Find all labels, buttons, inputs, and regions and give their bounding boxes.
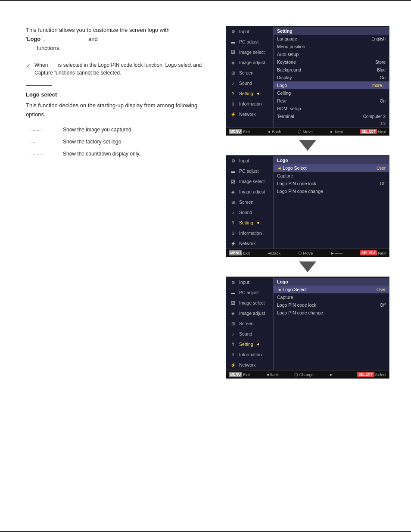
checkmark-icon: ✓: [26, 61, 31, 77]
row-label-autosetup: Auto setup: [277, 52, 386, 57]
sidebar3-item-imageselect: 🖼 Image select: [226, 298, 273, 308]
sidebar2-item-network: ⚡ Network: [226, 238, 273, 249]
sidebar2-item-information: ℹ Information: [226, 228, 273, 238]
osd-main-1: Setting Language English Menu position A…: [274, 26, 389, 127]
setting3-arrow: ◄: [256, 342, 260, 346]
sidebar-label-input: Input: [239, 29, 249, 34]
osd-row-autosetup: Auto setup: [274, 50, 389, 58]
footer-select-2: SELECT Next: [360, 250, 386, 255]
osd-body-2: ⚙ Input ▬ PC adjust 🖼 Image select ◈ Ima…: [226, 156, 389, 249]
sidebar3-item-sound: ♪ Sound: [226, 329, 273, 339]
selected-indicator-2: ◄: [277, 165, 283, 171]
sidebar-label-setting: Setting: [239, 91, 253, 96]
option-1-prefix: ........: [30, 124, 60, 134]
osd-row-display: Display On: [274, 74, 389, 81]
option-1: ........ Show the image you captured.: [30, 124, 209, 135]
screen-icon: ⊞: [230, 69, 237, 76]
osd-row-hdmisetup: HDMI setup: [274, 105, 389, 112]
imageadjust3-icon: ◈: [230, 310, 237, 317]
setting2-icon: Υ: [230, 219, 237, 226]
row-label-keystone: Keystone: [277, 59, 375, 65]
sidebar3-item-network: ⚡ Network: [226, 360, 273, 370]
network-icon: ⚡: [230, 111, 237, 118]
sidebar2-label-imageselect: Image select: [239, 179, 265, 184]
footer-exit-2: MENU Exit: [229, 250, 250, 255]
osd-row-menupos: Menu position: [274, 43, 389, 50]
osd2-label-logopinchange: Logo PIN code change: [277, 189, 386, 194]
sidebar-item-screen: ⊞ Screen: [226, 68, 273, 78]
osd-row-terminal: Terminal Computer 2: [274, 112, 389, 120]
sidebar3-label-pcadjust: PC adjust: [239, 290, 259, 295]
osd2-label-logoselect: ◄ Logo Select: [277, 165, 377, 171]
footer-next-2: ►------: [330, 250, 342, 255]
pcadjust3-icon: ▬: [230, 289, 237, 296]
footer-next-1: ► Next: [330, 129, 343, 134]
osd3-label-logoselect: ◄ Logo Select: [277, 287, 377, 292]
information3-icon: ℹ: [230, 351, 237, 358]
top-border: [0, 0, 411, 1]
imageselect2-icon: 🖼: [230, 178, 237, 185]
row-value-terminal: Computer 2: [363, 114, 386, 119]
osd3-label-logopinlock: Logo PIN code lock: [277, 302, 380, 308]
sidebar-item-pcadjust: ▬ PC adjust: [226, 37, 273, 47]
select-btn-2: SELECT: [360, 250, 377, 255]
page-content: This function allows you to customize th…: [0, 0, 411, 404]
osd3-label-logopinchange: Logo PIN code change: [277, 310, 386, 315]
osd-footer-1: MENU Exit ◄ Back ⬡ Move ► Next SELECT Ne…: [226, 127, 389, 135]
osd2-label-capture: Capture: [277, 173, 386, 178]
sound3-icon: ♪: [230, 330, 237, 337]
sidebar2-item-screen: ⊞ Screen: [226, 197, 273, 207]
note-text: When is selected in the Logo PIN code lo…: [34, 62, 202, 76]
option-2-prefix: ....: [30, 137, 60, 146]
osd-row-language: Language English: [274, 35, 389, 43]
osd-row-rear: Rear On: [274, 97, 389, 105]
sidebar2-label-screen: Screen: [239, 199, 253, 205]
information-icon: ℹ: [230, 100, 237, 107]
sidebar2-label-imageadjust: Image adjust: [239, 189, 265, 194]
footer-move-3: ⬡ Change: [294, 372, 314, 377]
sidebar-item-setting: Υ Setting ◄: [226, 88, 273, 99]
sidebar3-label-imageselect: Image select: [239, 300, 265, 305]
row-value-language: English: [371, 37, 386, 41]
sidebar-label-pcadjust: PC adjust: [239, 39, 259, 44]
osd2-row-capture: Capture: [274, 172, 389, 180]
sidebar-item-imageselect: 🖼 Image select: [226, 47, 273, 57]
option-list: ........ Show the image you captured. ..…: [30, 124, 209, 159]
row-value-logo: more...: [372, 83, 386, 88]
sidebar3-label-screen: Screen: [239, 321, 253, 326]
footer-exit-1: MENU Exit: [229, 129, 250, 134]
sidebar-item-network: ⚡ Network: [226, 109, 273, 119]
row-label-rear: Rear: [277, 98, 380, 103]
sidebar2-item-input: ⚙ Input: [226, 156, 273, 166]
intro-and: and: [88, 36, 98, 42]
input-icon: ⚙: [230, 28, 237, 35]
sidebar3-label-sound: Sound: [239, 331, 252, 336]
sidebar3-item-imageadjust: ◈ Image adjust: [226, 308, 273, 318]
screen3-icon: ⊞: [230, 320, 237, 327]
logo-word: Logo: [27, 36, 40, 42]
sidebar2-item-imageselect: 🖼 Image select: [226, 176, 273, 187]
sidebar-label-information: Information: [239, 101, 262, 106]
network2-icon: ⚡: [230, 240, 237, 247]
osd-panel-1: ⚙ Input ▬ PC adjust 🖼 Image select ◈ Ima…: [226, 26, 389, 136]
section-divider: [26, 85, 52, 86]
network3-icon: ⚡: [230, 361, 237, 368]
row-label-hdmisetup: HDMI setup: [277, 106, 386, 111]
osd3-row-capture: Capture: [274, 293, 389, 301]
screen2-icon: ⊞: [230, 199, 237, 205]
sidebar-item-input: ⚙ Input: [226, 26, 273, 37]
osd-body-3: ⚙ Input ▬ PC adjust 🖼 Image select ◈ Ima…: [226, 277, 389, 370]
logo-desc: This function decides on the starting-up…: [26, 101, 209, 119]
logo-select-heading: Logo select: [26, 91, 209, 98]
sidebar-label-sound: Sound: [239, 81, 252, 86]
imageadjust2-icon: ◈: [230, 188, 237, 195]
osd3-row-logoselect: ◄ Logo Select User: [274, 286, 389, 293]
select-btn-3: SELECT: [357, 372, 374, 377]
sidebar3-item-screen: ⊞ Screen: [226, 318, 273, 329]
sound2-icon: ♪: [230, 209, 237, 216]
note-body: When is selected in the Logo PIN code lo…: [34, 61, 209, 77]
osd-title-3: Logo: [274, 278, 389, 286]
row-value-rear: On: [380, 99, 386, 103]
row-label-ceiling: Ceiling: [277, 90, 386, 96]
option-1-text: Show the image you captured.: [63, 124, 209, 135]
